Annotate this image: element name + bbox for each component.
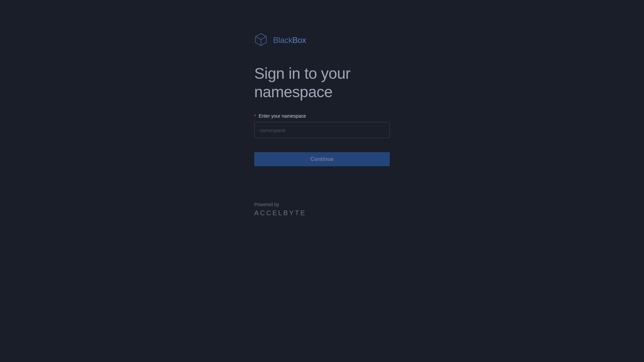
brand-header: BlackBox [254,34,390,47]
brand-name-part1: Black [273,36,292,45]
required-indicator: * [254,113,256,119]
powered-by-label: Powered by [254,202,390,207]
continue-button[interactable]: Continue [254,152,390,166]
brand-name-part2: Box [292,36,306,45]
blackbox-logo-icon [254,34,268,47]
namespace-form-group: * Enter your namespace [254,113,390,138]
namespace-input[interactable] [254,122,390,138]
signin-container: BlackBox Sign in to your namespace * Ent… [254,0,390,217]
namespace-label-text: Enter your namespace [259,113,306,119]
page-title: Sign in to your namespace [254,64,390,101]
accelbyte-logo: ACCELBYTE [254,209,390,217]
namespace-label: * Enter your namespace [254,113,390,119]
footer: Powered by ACCELBYTE [254,202,390,217]
brand-name: BlackBox [273,36,306,45]
